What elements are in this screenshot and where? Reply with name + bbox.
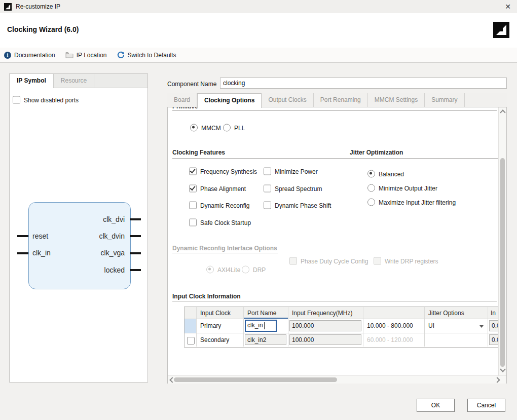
- close-icon[interactable]: ✕: [503, 2, 513, 12]
- write-drp-registers-control: Write DRP registers: [374, 257, 438, 265]
- minimize-power-checkbox[interactable]: [264, 168, 271, 175]
- ok-button[interactable]: OK: [417, 399, 455, 412]
- drp-label: DRP: [253, 266, 266, 273]
- axi4lite-control: AXI4Lite: [206, 266, 240, 274]
- pll-label: PLL: [234, 124, 245, 131]
- secondary-port-name-cell: clk_in2: [244, 333, 288, 347]
- primary-row-selector[interactable]: [184, 319, 197, 333]
- header-input-jitter: In: [488, 307, 499, 319]
- dynamic-reconfig-label: Dynamic Reconfig: [200, 202, 249, 209]
- safe-clock-startup-checkbox[interactable]: [189, 219, 197, 226]
- horizontal-scrollbar[interactable]: [168, 375, 506, 384]
- dynamic-reconfig-options-heading: Dynamic Reconfig Interface Options: [172, 245, 277, 252]
- secondary-frequency-input[interactable]: 100.000: [289, 334, 361, 345]
- minimize-output-jitter-radio[interactable]: [367, 184, 375, 192]
- frequency-synthesis-label: Frequency Synthesis: [200, 168, 257, 175]
- secondary-enable-checkbox[interactable]: [187, 337, 195, 345]
- port-stub-clk-in: [17, 252, 28, 254]
- pll-radio[interactable]: [223, 124, 231, 132]
- spread-spectrum-label: Spread Spectrum: [275, 185, 322, 192]
- tab-port-renaming[interactable]: Port Renaming: [314, 93, 368, 107]
- phase-duty-cycle-config-checkbox: [289, 257, 297, 265]
- port-stub-clk-dvin: [130, 235, 141, 237]
- port-label-clk-vga: clk_vga: [101, 249, 125, 257]
- phase-alignment-checkbox[interactable]: [189, 185, 197, 193]
- secondary-frequency-range: 60.000 - 120.000: [363, 333, 425, 347]
- primary-port-name-input[interactable]: clk_in: [245, 320, 277, 332]
- text-caret: [264, 322, 265, 329]
- options-tab-bar: Board Clocking Options Output Clocks Por…: [167, 93, 507, 107]
- show-disabled-ports-checkbox[interactable]: [13, 96, 20, 104]
- tab-board[interactable]: Board: [167, 93, 197, 107]
- dialog-header: Clocking Wizard (6.0): [0, 13, 517, 48]
- title-bar: Re-customize IP ✕: [0, 0, 517, 14]
- tab-output-clocks[interactable]: Output Clocks: [262, 93, 313, 107]
- drp-control: DRP: [242, 266, 266, 274]
- page-title: Clocking Wizard (6.0): [7, 25, 79, 33]
- header-frequency-range: [363, 307, 425, 319]
- table-row-secondary: Secondary clk_in2 100.000 60.000 - 120.0…: [184, 333, 499, 347]
- maximize-input-jitter-control[interactable]: Maximize Input Jitter filtering: [367, 199, 456, 206]
- dynamic-phase-shift-control[interactable]: Dynamic Phase Shift: [264, 202, 331, 209]
- left-tab-bar: IP Symbol Resource: [10, 74, 147, 88]
- jitter-optimization-heading: Jitter Optimization: [350, 149, 403, 156]
- spread-spectrum-control[interactable]: Spread Spectrum: [264, 185, 322, 193]
- cancel-button[interactable]: Cancel: [467, 399, 505, 412]
- tab-clocking-options[interactable]: Clocking Options: [197, 93, 262, 108]
- balanced-radio[interactable]: [367, 170, 375, 178]
- clocking-options-content: Primitive MMCM PLL Clocking Features Fre…: [167, 107, 507, 384]
- phase-duty-cycle-config-label: Phase Duty Cycle Config: [301, 257, 368, 264]
- show-disabled-ports-label: Show disabled ports: [24, 96, 79, 103]
- dynamic-reconfig-control[interactable]: Dynamic Reconfig: [189, 202, 249, 209]
- xilinx-window-icon: [4, 3, 12, 11]
- minimize-output-jitter-label: Minimize Output Jitter: [379, 184, 437, 192]
- component-name-input[interactable]: [220, 78, 507, 89]
- switch-to-defaults-button[interactable]: Switch to Defaults: [117, 51, 176, 59]
- phase-alignment-control[interactable]: Phase Alignment: [189, 185, 246, 193]
- secondary-port-name-input[interactable]: clk_in2: [245, 334, 286, 345]
- frequency-synthesis-checkbox[interactable]: [189, 168, 197, 175]
- ip-location-button[interactable]: IP Location: [65, 52, 107, 59]
- primitive-pll-radio-control[interactable]: PLL: [223, 124, 245, 132]
- tab-summary[interactable]: Summary: [425, 93, 464, 107]
- balanced-control[interactable]: Balanced: [367, 170, 404, 178]
- port-stub-reset: [17, 235, 28, 237]
- primary-input-jitter-input[interactable]: 0.0: [489, 320, 499, 331]
- documentation-button[interactable]: i Documentation: [4, 52, 55, 59]
- drp-radio: [242, 266, 249, 274]
- dynamic-reconfig-checkbox[interactable]: [189, 202, 197, 209]
- scroll-down-icon[interactable]: [500, 366, 505, 372]
- port-label-clk-dvi: clk_dvi: [103, 215, 125, 223]
- vertical-scrollbar-thumb[interactable]: [500, 158, 505, 367]
- jitter-options-dropdown-icon[interactable]: [479, 325, 484, 328]
- window-title: Re-customize IP: [16, 3, 60, 10]
- header-select-column: [184, 307, 197, 319]
- horizontal-scrollbar-thumb[interactable]: [174, 377, 337, 382]
- phase-alignment-label: Phase Alignment: [200, 185, 246, 192]
- maximize-input-jitter-radio[interactable]: [367, 199, 375, 206]
- show-disabled-ports-control[interactable]: Show disabled ports: [13, 96, 79, 104]
- scroll-right-icon[interactable]: [494, 377, 500, 383]
- dynamic-reconfig-underline: [172, 253, 278, 253]
- secondary-row-selector: [184, 333, 197, 347]
- switch-to-defaults-label: Switch to Defaults: [128, 52, 176, 59]
- secondary-input-jitter-input[interactable]: 0.0: [489, 334, 499, 345]
- minimize-power-control[interactable]: Minimize Power: [264, 168, 318, 175]
- mmcm-radio[interactable]: [190, 124, 198, 132]
- primitive-mmcm-radio-control[interactable]: MMCM: [190, 124, 221, 132]
- minimize-output-jitter-control[interactable]: Minimize Output Jitter: [367, 184, 437, 192]
- vertical-scrollbar[interactable]: [498, 107, 506, 375]
- primary-frequency-input[interactable]: 100.000: [289, 320, 361, 331]
- jitter-optimization-underline: [350, 158, 499, 159]
- primary-port-name-cell: clk_in: [244, 319, 288, 333]
- tab-ip-symbol[interactable]: IP Symbol: [10, 74, 54, 88]
- tab-resource[interactable]: Resource: [54, 74, 94, 88]
- axi4lite-label: AXI4Lite: [217, 266, 240, 273]
- scroll-up-icon[interactable]: [500, 109, 505, 115]
- spread-spectrum-checkbox[interactable]: [264, 185, 271, 193]
- dynamic-phase-shift-checkbox[interactable]: [264, 202, 271, 209]
- frequency-synthesis-control[interactable]: Frequency Synthesis: [189, 168, 257, 175]
- port-name-sort-indicator: [244, 318, 288, 319]
- tab-mmcm-settings[interactable]: MMCM Settings: [368, 93, 425, 107]
- safe-clock-startup-control[interactable]: Safe Clock Startup: [189, 219, 251, 226]
